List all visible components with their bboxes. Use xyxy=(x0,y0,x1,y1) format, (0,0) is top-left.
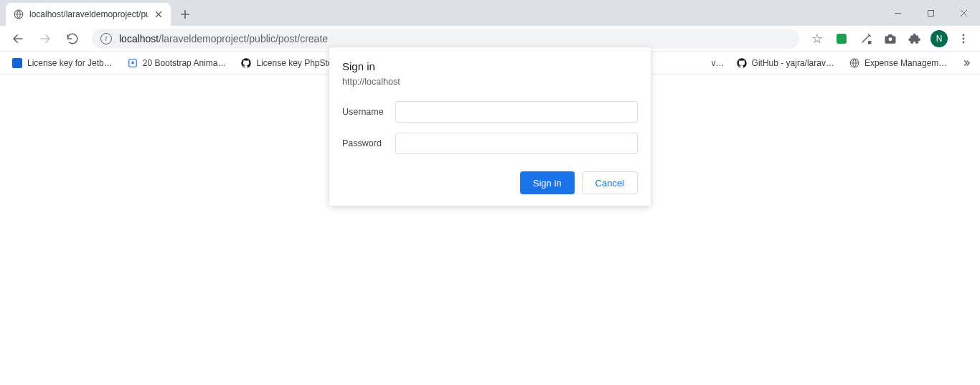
bookmark-label: v… xyxy=(712,58,725,68)
auth-dialog: Sign in http://localhost Username Passwo… xyxy=(329,47,651,206)
globe-icon xyxy=(13,9,24,20)
url-text: localhost/laraveldemoproject/public/post… xyxy=(119,33,328,44)
bookmark-star-icon[interactable]: ☆ xyxy=(806,29,828,49)
bookmark-label: GitHub - yajra/larav… xyxy=(752,58,834,68)
username-row: Username xyxy=(342,101,638,123)
dialog-actions: Sign in Cancel xyxy=(342,171,638,194)
globe-icon xyxy=(849,57,860,69)
github-icon xyxy=(240,57,252,69)
tab-strip: localhost/laraveldemoproject/pu xyxy=(0,0,980,26)
window-controls xyxy=(881,0,980,26)
bookmark-label: License key for Jetb… xyxy=(27,58,113,68)
back-button[interactable] xyxy=(6,29,30,49)
download-icon xyxy=(127,57,138,69)
github-icon xyxy=(736,57,748,69)
close-window-button[interactable] xyxy=(947,2,980,24)
forward-button[interactable] xyxy=(33,29,57,49)
maximize-button[interactable] xyxy=(914,2,947,24)
username-label: Username xyxy=(342,107,395,117)
new-tab-button[interactable] xyxy=(175,4,195,24)
page-content: Sign in http://localhost Username Passwo… xyxy=(0,75,980,385)
svg-point-4 xyxy=(963,34,965,36)
password-input[interactable] xyxy=(395,133,638,154)
svg-rect-2 xyxy=(868,41,872,44)
svg-point-6 xyxy=(963,41,965,43)
profile-avatar[interactable]: N xyxy=(928,29,950,49)
tab-active[interactable]: localhost/laraveldemoproject/pu xyxy=(6,3,171,26)
menu-button[interactable] xyxy=(953,29,974,49)
svg-rect-1 xyxy=(928,10,933,16)
signin-button[interactable]: Sign in xyxy=(520,171,575,194)
extension-camera-icon[interactable] xyxy=(880,29,901,49)
reload-button[interactable] xyxy=(60,29,85,49)
svg-point-3 xyxy=(889,37,892,41)
dialog-origin: http://localhost xyxy=(342,77,638,87)
bookmarks-overflow-button[interactable] xyxy=(958,54,974,72)
address-bar[interactable]: i localhost/laraveldemoproject/public/po… xyxy=(92,29,799,49)
svg-point-5 xyxy=(963,37,965,39)
cancel-button[interactable]: Cancel xyxy=(582,171,638,194)
bookmark-item[interactable]: GitHub - yajra/larav… xyxy=(730,54,840,72)
tab-title: localhost/laraveldemoproject/pu xyxy=(29,9,149,19)
bookmark-item[interactable]: License key for Jetb… xyxy=(6,54,118,72)
bookmark-label: 20 Bootstrap Anima… xyxy=(143,58,227,68)
extension-green-icon[interactable] xyxy=(831,29,852,49)
password-row: Password xyxy=(342,133,638,154)
dialog-title: Sign in xyxy=(342,60,638,72)
bookmark-item[interactable]: Expense Managem… xyxy=(843,54,953,72)
extension-wand-icon[interactable] xyxy=(855,29,877,49)
extensions-puzzle-icon[interactable] xyxy=(904,29,925,49)
minimize-button[interactable] xyxy=(881,2,914,24)
square-icon xyxy=(11,57,23,69)
password-label: Password xyxy=(342,138,395,148)
username-input[interactable] xyxy=(395,101,638,123)
close-icon[interactable] xyxy=(154,9,164,19)
site-info-icon[interactable]: i xyxy=(100,33,112,44)
bookmark-item[interactable]: 20 Bootstrap Anima… xyxy=(121,54,232,72)
bookmark-item[interactable]: v… xyxy=(709,54,727,72)
bookmark-label: Expense Managem… xyxy=(864,58,947,68)
